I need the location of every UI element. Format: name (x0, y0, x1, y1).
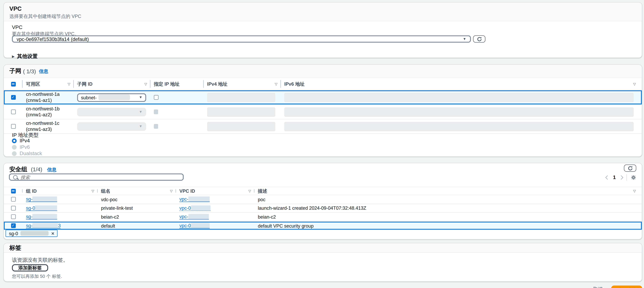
sg-search[interactable] (9, 174, 184, 181)
sg-row-4[interactable]: ✓ sg-3 default vpc-0 default VPC securit… (4, 222, 642, 230)
vpc-id-link[interactable]: vpc- (180, 196, 210, 202)
page-number[interactable]: 1 (613, 174, 616, 180)
row-checkbox[interactable] (11, 110, 16, 114)
sg-table-header: 组 ID▽ 组名▽ VPC ID▽ 描述▽ (4, 187, 642, 195)
group-desc: beian-c2 (258, 214, 276, 220)
subnet-id-select[interactable]: subnet- ▼ (77, 93, 146, 102)
vpc-card: VPC 选择要在其中创建终端节点的 VPC VPC 要在其中创建终端节点的 VP… (3, 2, 642, 58)
row-checkbox[interactable] (11, 197, 16, 202)
subnet-card: 子网 ( 1/3) 信息 可用区▽ 子网 ID▽ 指定 IP 地址 IPv4 地… (3, 64, 642, 157)
search-icon (13, 175, 18, 179)
designate-ip-checkbox[interactable] (154, 95, 158, 100)
redacted-subnet-id (98, 95, 130, 100)
tags-hint: 您可以再添加 50 个 标签. (12, 274, 62, 280)
tags-card-title: 标签 (10, 244, 22, 252)
radio-disabled-icon (12, 151, 16, 156)
add-tag-button[interactable]: 添加新标签 (12, 264, 48, 271)
group-name: default (101, 223, 115, 228)
sg-count: (1/4) (31, 166, 42, 172)
redacted-ipv6 (284, 93, 634, 102)
group-id-link[interactable]: sg- (26, 196, 57, 202)
vpc-select-value: vpc-0e697ef1530b3fa14 (default) (16, 36, 89, 42)
sg-row-3[interactable]: sg- beian-c2 vpc- beian-c2 (4, 213, 642, 222)
subnet-select-all-checkbox[interactable] (11, 82, 16, 86)
group-name: private-link-test (101, 206, 133, 211)
vpc-field-label: VPC (12, 24, 22, 30)
subnet-row-2[interactable]: cn-northwest-1b (cnnw1-az2) ▼ (4, 105, 642, 119)
filter-icon[interactable]: ▽ (170, 189, 172, 193)
col-vpc-id[interactable]: VPC ID (180, 188, 195, 194)
redacted-ipv6 (284, 107, 634, 116)
chevron-down-icon: ▼ (139, 124, 142, 128)
group-id-link[interactable]: sg-0 (26, 205, 57, 211)
subnet-row-3[interactable]: cn-northwest-1c (cnnw1-az3) ▼ (4, 119, 642, 134)
col-desc[interactable]: 描述 (258, 188, 267, 194)
refresh-icon (628, 166, 633, 171)
col-group-id[interactable]: 组 ID (26, 188, 37, 194)
redacted-group-id (32, 214, 57, 219)
filter-icon[interactable]: ▽ (144, 82, 147, 86)
group-name: beian-c2 (101, 214, 119, 220)
col-subnet-id[interactable]: 子网 ID (77, 81, 92, 87)
redacted-ipv4 (207, 93, 275, 102)
sg-row-2[interactable]: sg-0 private-link-test vpc-0 launch-wiza… (4, 204, 642, 213)
sg-info-link[interactable]: 信息 (47, 167, 56, 172)
sg-row-1[interactable]: sg- vdc-poc vpc- poc (4, 195, 642, 204)
redacted-ipv4 (207, 122, 275, 131)
sg-select-all-checkbox[interactable] (11, 188, 16, 193)
col-group-name[interactable]: 组名 (101, 188, 110, 194)
chip-label: sg-0 (9, 231, 18, 236)
filter-icon[interactable]: ▽ (275, 82, 278, 86)
designate-ip-checkbox-disabled (154, 110, 158, 114)
redacted-group-id (32, 223, 58, 228)
col-designate-ip[interactable]: 指定 IP 地址 (154, 81, 180, 87)
other-settings-expander[interactable]: ▶ 其他设置 (12, 53, 38, 60)
row-checkbox[interactable] (11, 214, 16, 219)
subnet-row-1[interactable]: ✓ cn-northwest-1a (cnnw1-az1) subnet- ▼ (4, 90, 642, 105)
next-page-icon[interactable] (619, 175, 623, 180)
close-icon[interactable]: × (51, 231, 54, 236)
gear-icon[interactable] (631, 174, 636, 180)
group-id-link[interactable]: sg-3 (26, 223, 61, 228)
ip-option-dualstack: Dualstack (12, 150, 42, 156)
row-checkbox[interactable] (11, 206, 16, 210)
vpc-refresh-button[interactable] (473, 36, 486, 43)
vpc-select[interactable]: vpc-0e697ef1530b3fa14 (default) ▼ (12, 36, 471, 43)
vpc-id-link[interactable]: vpc-0 (180, 223, 210, 228)
subnet-table-header: 可用区▽ 子网 ID▽ 指定 IP 地址 IPv4 地址▽ IPv6 地址▽ (4, 78, 642, 90)
filter-icon[interactable]: ▽ (92, 189, 94, 193)
vpc-card-title: VPC (10, 5, 636, 12)
prev-page-icon[interactable] (606, 175, 610, 180)
vpc-id-link[interactable]: vpc-0 (180, 205, 210, 211)
create-endpoint-button[interactable]: 创建终端节点 (611, 286, 642, 288)
col-ipv6[interactable]: IPv6 地址 (284, 81, 304, 87)
row-checkbox-checked[interactable]: ✓ (11, 223, 16, 228)
row-checkbox-checked[interactable]: ✓ (11, 95, 16, 100)
subnet-info-link[interactable]: 信息 (39, 68, 48, 74)
vpc-card-header: VPC 选择要在其中创建终端节点的 VPC (4, 2, 642, 22)
subnet-id-prefix: subnet- (81, 95, 96, 100)
group-desc: default VPC security group (258, 223, 314, 228)
filter-icon[interactable]: ▽ (68, 82, 70, 86)
filter-icon[interactable]: ▽ (633, 82, 638, 86)
col-ipv4[interactable]: IPv4 地址 (207, 81, 228, 87)
tags-card-header: 标签 (4, 243, 642, 253)
subnet-card-title: 子网 (10, 67, 22, 75)
subnet-id-select-disabled: ▼ (77, 108, 146, 116)
col-az[interactable]: 可用区 (26, 81, 40, 87)
search-input[interactable] (20, 174, 180, 180)
chevron-down-icon: ▼ (463, 37, 466, 41)
cancel-button[interactable]: 取消 (593, 286, 603, 288)
ip-option-ipv4[interactable]: IPv4 (12, 138, 30, 144)
security-groups-card: 安全组 (1/4) 信息 1 (3, 163, 642, 240)
row-checkbox[interactable] (11, 124, 16, 129)
group-id-link[interactable]: sg- (26, 214, 57, 220)
redacted-vpc-id (188, 214, 209, 219)
filter-icon[interactable]: ▽ (633, 189, 638, 193)
sg-refresh-button[interactable] (624, 164, 636, 172)
filter-icon[interactable]: ▽ (248, 189, 251, 193)
sg-pagination: 1 (606, 174, 636, 181)
vpc-id-link[interactable]: vpc- (180, 214, 209, 220)
sg-filter-chip[interactable]: sg-0 × (6, 230, 58, 237)
radio-selected-icon[interactable] (12, 138, 16, 143)
